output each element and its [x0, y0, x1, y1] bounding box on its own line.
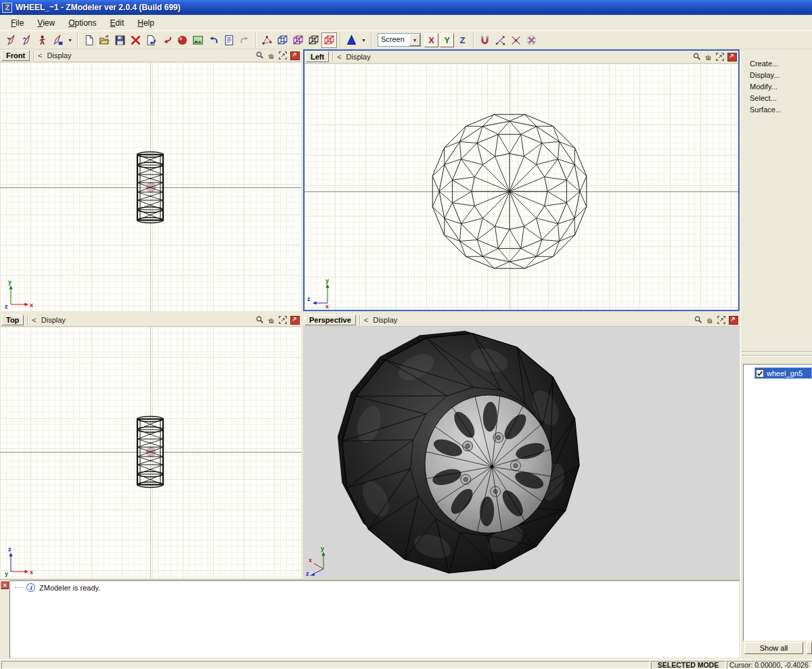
- mode-indicator: SELECTED MODE: [651, 661, 725, 669]
- redo-icon[interactable]: [237, 32, 252, 48]
- command-modify[interactable]: Modify...: [742, 83, 812, 94]
- new-file-icon[interactable]: [81, 32, 97, 48]
- persp-zoom-icon[interactable]: [693, 315, 704, 325]
- viewport-top-name-button[interactable]: Top: [1, 315, 24, 325]
- skeleton-icon[interactable]: [35, 32, 50, 48]
- collapse-arrow-icon: <: [337, 53, 341, 61]
- screen-select[interactable]: Screen ▼: [378, 33, 421, 47]
- menu-edit[interactable]: Edit: [104, 16, 131, 30]
- select-options-dropdown-icon[interactable]: ▾: [66, 32, 74, 48]
- material-editor-icon[interactable]: [175, 32, 190, 48]
- wheel-3d-render: [303, 327, 737, 578]
- viewport-left-canvas[interactable]: y z x: [304, 64, 738, 310]
- viewport-front-header: Front < Display: [0, 49, 301, 62]
- wheel-wireframe-front: [304, 64, 738, 310]
- display-menu-label: Display: [373, 316, 397, 324]
- command-create[interactable]: Create...: [742, 60, 812, 71]
- import-icon[interactable]: [143, 32, 159, 48]
- undo-icon[interactable]: [206, 32, 221, 48]
- vertices-mode-icon[interactable]: [259, 32, 275, 48]
- select-arrow-down-icon[interactable]: [3, 32, 19, 48]
- create-edge-icon[interactable]: [493, 32, 508, 48]
- collapse-arrow-icon: <: [32, 316, 36, 324]
- delete-icon[interactable]: [128, 32, 143, 48]
- viewport-top-display-menu[interactable]: < Display: [32, 316, 254, 324]
- front-zoom-region-icon[interactable]: [277, 51, 288, 61]
- snap-grid-icon[interactable]: [524, 32, 539, 48]
- display-menu-label: Display: [346, 53, 371, 61]
- menu-options[interactable]: Options: [62, 16, 103, 30]
- axis-gizmo: y x z: [306, 546, 337, 577]
- persp-pan-icon[interactable]: [704, 315, 715, 325]
- persp-zoom-region-icon[interactable]: [716, 315, 727, 325]
- svg-text:x: x: [30, 302, 33, 308]
- edges-mode-icon[interactable]: [275, 32, 290, 48]
- weld-vertices-icon[interactable]: [508, 32, 524, 48]
- menu-file[interactable]: File: [4, 16, 30, 30]
- menu-bar: FileViewOptionsEditHelp: [0, 15, 812, 31]
- front-pan-icon[interactable]: [266, 51, 277, 61]
- front-zoom-icon[interactable]: [254, 51, 265, 61]
- front-maximize-icon[interactable]: [290, 51, 300, 60]
- viewport-top-canvas[interactable]: z x y: [0, 327, 301, 578]
- axes-gizmo-icon[interactable]: [344, 32, 359, 48]
- show-all-button[interactable]: Show all: [744, 642, 803, 654]
- select-arrow-up-icon[interactable]: [19, 32, 35, 48]
- selected-mode-icon[interactable]: [321, 32, 337, 48]
- menu-help[interactable]: Help: [131, 16, 161, 30]
- command-surface[interactable]: Surface...: [742, 106, 812, 117]
- svg-text:x: x: [325, 303, 329, 308]
- status-bar: SELECTED MODE Cursor: 0.00000, -0.4026: [0, 660, 812, 669]
- clipped-button-fragment[interactable]: [807, 642, 812, 654]
- sidebar-commands: Create...Display...Modify...Select...Sur…: [742, 60, 812, 117]
- top-zoom-region-icon[interactable]: [277, 315, 288, 325]
- top-zoom-icon[interactable]: [254, 315, 265, 325]
- screen-select-value: Screen: [378, 34, 409, 46]
- left-zoom-icon[interactable]: [692, 52, 702, 62]
- message-close-icon[interactable]: ✕: [1, 581, 9, 589]
- top-pan-icon[interactable]: [266, 315, 277, 325]
- notes-icon[interactable]: [221, 32, 237, 48]
- viewport-top: Top < Display z x y: [0, 314, 301, 578]
- viewport-left-display-menu[interactable]: < Display: [337, 53, 692, 61]
- viewport-front-name-button[interactable]: Front: [1, 50, 30, 61]
- statusbar-spacer: [1, 661, 650, 669]
- left-pan-icon[interactable]: [703, 52, 714, 62]
- open-file-icon[interactable]: [97, 32, 112, 48]
- viewport-front-canvas[interactable]: y x z: [0, 62, 301, 311]
- object-list[interactable]: wheel_gn5: [743, 364, 812, 641]
- title-bar[interactable]: Z WHEEL_~1 - ZModeler ver 2.0.4 (Build 6…: [0, 0, 812, 15]
- menu-view[interactable]: View: [30, 16, 62, 30]
- polygons-mode-icon[interactable]: [290, 32, 306, 48]
- axis-z-toggle[interactable]: Z: [455, 33, 470, 47]
- save-file-icon[interactable]: [112, 32, 128, 48]
- texture-browser-icon[interactable]: [190, 32, 206, 48]
- export-icon[interactable]: [159, 32, 175, 48]
- viewport-perspective-display-menu[interactable]: < Display: [364, 316, 693, 324]
- viewport-perspective-canvas[interactable]: y x z: [303, 327, 740, 578]
- display-menu-label: Display: [47, 51, 72, 60]
- object-row[interactable]: wheel_gn5: [743, 367, 812, 379]
- dropdown-arrow-icon[interactable]: ▼: [409, 34, 420, 46]
- command-select[interactable]: Select...: [742, 94, 812, 106]
- objects-mode-icon[interactable]: [306, 32, 321, 48]
- sidebar-splitter[interactable]: [742, 351, 812, 359]
- persp-maximize-icon[interactable]: [729, 316, 738, 325]
- svg-text:z: z: [8, 546, 12, 553]
- left-maximize-icon[interactable]: [727, 53, 737, 62]
- viewport-front-display-menu[interactable]: < Display: [38, 51, 254, 60]
- window-title: WHEEL_~1 - ZModeler ver 2.0.4 (Build 699…: [16, 3, 181, 12]
- viewport-left-name-button[interactable]: Left: [306, 51, 329, 62]
- zmodeler-window: Z WHEEL_~1 - ZModeler ver 2.0.4 (Build 6…: [0, 0, 812, 669]
- command-display[interactable]: Display...: [742, 71, 812, 83]
- axis-y-toggle[interactable]: Y: [440, 33, 454, 47]
- axis-x-toggle[interactable]: X: [424, 33, 438, 47]
- left-zoom-region-icon[interactable]: [715, 52, 725, 62]
- object-checkbox[interactable]: [756, 369, 764, 377]
- magnet-icon[interactable]: [477, 32, 493, 48]
- top-maximize-icon[interactable]: [290, 316, 300, 325]
- select-options-icon[interactable]: [50, 32, 66, 48]
- axes-gizmo-dropdown-icon[interactable]: ▾: [359, 32, 368, 48]
- message-item: iZModeler is ready.: [9, 580, 740, 593]
- viewport-perspective-name-button[interactable]: Perspective: [304, 315, 356, 325]
